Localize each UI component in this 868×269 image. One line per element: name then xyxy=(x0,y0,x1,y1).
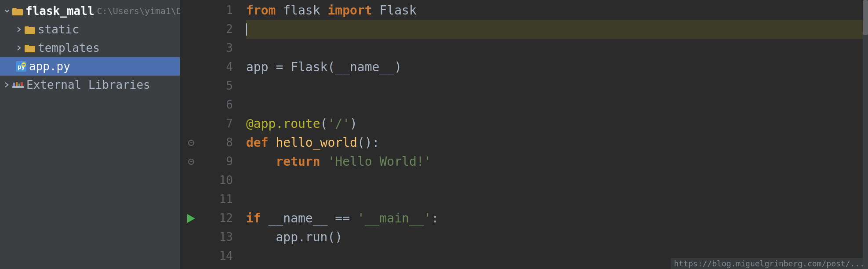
chevron-right-ext-icon xyxy=(4,82,10,88)
code-line-13: app.run() xyxy=(246,228,868,247)
scroll-thumb[interactable] xyxy=(863,0,868,35)
gutter-10 xyxy=(180,171,202,190)
gutter-4 xyxy=(180,58,202,76)
token-4-dunder: __name__ xyxy=(335,58,394,76)
code-area[interactable]: 1 2 3 4 5 6 7 8 9 10 11 12 13 14 from fl… xyxy=(180,0,868,269)
fold-indicator-9[interactable] xyxy=(188,159,194,165)
gutter-11 xyxy=(180,190,202,209)
token-12-name: __name__ == xyxy=(261,209,357,228)
token-12-str: '__main__' xyxy=(357,209,432,228)
gutter-3 xyxy=(180,39,202,58)
token-8-def: def xyxy=(246,133,269,152)
code-line-3 xyxy=(246,39,868,58)
line-num-13: 13 xyxy=(202,228,233,247)
line-num-11: 11 xyxy=(202,190,233,209)
chevron-right-icon xyxy=(16,26,22,33)
code-line-2 xyxy=(246,20,868,39)
line-num-5: 5 xyxy=(202,76,233,95)
code-content[interactable]: from flask import Flask app = Flask(__na… xyxy=(242,0,868,269)
token-12-colon: : xyxy=(431,209,439,228)
gutter-8 xyxy=(180,133,202,152)
bookshelf-icon xyxy=(12,80,24,90)
token-9-return: return xyxy=(276,152,320,171)
folder-templates-icon xyxy=(25,44,35,52)
token-9-str: 'Hello World!' xyxy=(327,152,431,171)
line-num-10: 10 xyxy=(202,171,233,190)
sidebar-item-templates[interactable]: templates xyxy=(0,39,180,57)
run-icon[interactable] xyxy=(187,214,195,223)
line-numbers: 1 2 3 4 5 6 7 8 9 10 11 12 13 14 xyxy=(202,0,242,269)
code-line-1: from flask import Flask xyxy=(246,1,868,20)
status-url: https://blog.miguelgrinberg.com/post/... xyxy=(674,259,864,268)
sidebar-item-app-py-label: app.py xyxy=(29,60,70,73)
sidebar-item-external-libraries[interactable]: External Libraries xyxy=(0,76,180,94)
chevron-down-icon xyxy=(4,7,11,15)
token-7-paren2: ) xyxy=(350,114,357,133)
editor: 1 2 3 4 5 6 7 8 9 10 11 12 13 14 from fl… xyxy=(180,0,868,269)
token-7-dec: @app.route xyxy=(246,114,320,133)
svg-rect-10 xyxy=(13,83,15,86)
token-7-paren1: ( xyxy=(320,114,328,133)
sidebar-item-app-py[interactable]: py app.py xyxy=(0,57,180,76)
code-line-8: def hello_world(): xyxy=(246,133,868,152)
token-8-space xyxy=(269,133,276,152)
code-line-9: return 'Hello World!' xyxy=(246,152,868,171)
token-1-import: import xyxy=(327,1,372,20)
sidebar-item-flask-mall-label: flask_mall xyxy=(25,4,94,18)
svg-rect-11 xyxy=(16,82,18,86)
sidebar-item-templates-label: templates xyxy=(38,41,100,55)
gutter-icons xyxy=(180,0,202,269)
code-line-5 xyxy=(246,76,868,95)
gutter-6 xyxy=(180,95,202,114)
line-num-6: 6 xyxy=(202,95,233,114)
line-num-2: 2 xyxy=(202,20,233,39)
code-line-12: if __name__ == '__main__': xyxy=(246,209,868,228)
token-1-from: from xyxy=(246,1,276,20)
chevron-right-templates-icon xyxy=(16,45,22,51)
line-num-7: 7 xyxy=(202,114,233,133)
python-file-icon: py xyxy=(16,61,26,72)
sidebar: flask_mall C:\Users\yima1\Desktop\flask … xyxy=(0,0,180,269)
code-line-10 xyxy=(246,171,868,190)
sidebar-item-static[interactable]: static xyxy=(0,20,180,39)
sidebar-item-static-label: static xyxy=(38,23,79,36)
line-num-1: 1 xyxy=(202,1,233,20)
gutter-13 xyxy=(180,228,202,247)
token-9-indent xyxy=(246,152,276,171)
gutter-5 xyxy=(180,76,202,95)
gutter-12[interactable] xyxy=(180,209,202,228)
token-8-fn: hello_world xyxy=(276,133,357,152)
sidebar-item-flask-mall[interactable]: flask_mall C:\Users\yima1\Desktop\flask xyxy=(0,2,180,20)
code-line-6 xyxy=(246,95,868,114)
code-line-11 xyxy=(246,190,868,209)
gutter-9 xyxy=(180,152,202,171)
token-1-flask: flask xyxy=(276,1,327,20)
svg-rect-1 xyxy=(12,8,17,10)
token-9-space xyxy=(320,152,328,171)
line-num-12: 12 xyxy=(202,209,233,228)
svg-rect-13 xyxy=(21,82,23,86)
folder-static-icon xyxy=(25,25,35,34)
gutter-14 xyxy=(180,247,202,265)
fold-indicator-8[interactable] xyxy=(188,140,194,146)
svg-rect-3 xyxy=(25,26,29,29)
gutter-7 xyxy=(180,114,202,133)
code-line-7: @app.route('/') xyxy=(246,114,868,133)
line-num-4: 4 xyxy=(202,58,233,76)
line-num-14: 14 xyxy=(202,247,233,265)
token-8-args: (): xyxy=(357,133,380,152)
scrollbar[interactable] xyxy=(863,0,868,269)
code-line-4: app = Flask(__name__) xyxy=(246,58,868,76)
folder-icon xyxy=(12,7,23,15)
token-13-code: app.run() xyxy=(246,228,342,247)
svg-rect-9 xyxy=(12,86,24,88)
svg-rect-5 xyxy=(25,45,29,47)
line-num-9: 9 xyxy=(202,152,233,171)
token-4-app: app = Flask( xyxy=(246,58,335,76)
line-num-3: 3 xyxy=(202,39,233,58)
gutter-1 xyxy=(180,1,202,20)
token-7-str: '/' xyxy=(327,114,350,133)
line-num-8: 8 xyxy=(202,133,233,152)
token-4-paren: ) xyxy=(394,58,402,76)
token-12-if: if xyxy=(246,209,261,228)
